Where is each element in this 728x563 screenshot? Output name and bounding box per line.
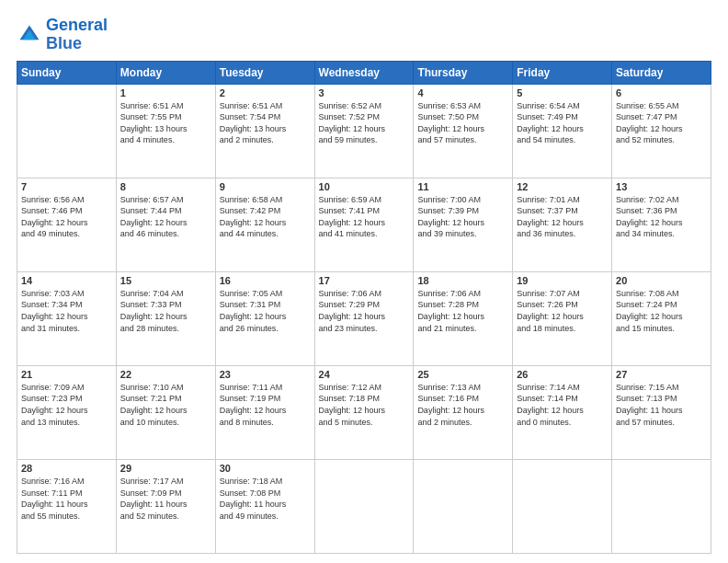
- day-number: 21: [21, 369, 112, 380]
- logo: General Blue: [17, 17, 108, 53]
- calendar-cell: 28Sunrise: 7:16 AM Sunset: 7:11 PM Dayli…: [17, 459, 117, 553]
- weekday-header-saturday: Saturday: [612, 61, 711, 84]
- day-info: Sunrise: 7:12 AM Sunset: 7:18 PM Dayligh…: [319, 382, 410, 428]
- day-info: Sunrise: 7:05 AM Sunset: 7:31 PM Dayligh…: [220, 288, 311, 334]
- calendar-cell: 13Sunrise: 7:02 AM Sunset: 7:36 PM Dayli…: [612, 178, 711, 271]
- day-number: 22: [120, 369, 211, 380]
- day-number: 6: [616, 87, 707, 98]
- calendar-cell: 18Sunrise: 7:06 AM Sunset: 7:28 PM Dayli…: [414, 271, 513, 365]
- day-info: Sunrise: 7:06 AM Sunset: 7:29 PM Dayligh…: [319, 288, 410, 334]
- day-number: 14: [21, 275, 112, 286]
- calendar-cell: 20Sunrise: 7:08 AM Sunset: 7:24 PM Dayli…: [612, 271, 711, 365]
- day-info: Sunrise: 6:59 AM Sunset: 7:41 PM Dayligh…: [319, 194, 410, 240]
- day-info: Sunrise: 7:04 AM Sunset: 7:33 PM Dayligh…: [120, 288, 211, 334]
- day-info: Sunrise: 6:54 AM Sunset: 7:49 PM Dayligh…: [517, 100, 608, 146]
- day-info: Sunrise: 7:02 AM Sunset: 7:36 PM Dayligh…: [616, 194, 707, 240]
- day-info: Sunrise: 6:52 AM Sunset: 7:52 PM Dayligh…: [319, 100, 410, 146]
- weekday-header-friday: Friday: [513, 61, 612, 84]
- calendar-cell: [314, 459, 414, 553]
- day-number: 17: [319, 275, 410, 286]
- weekday-header-row: SundayMondayTuesdayWednesdayThursdayFrid…: [17, 61, 711, 84]
- day-info: Sunrise: 7:08 AM Sunset: 7:24 PM Dayligh…: [616, 288, 707, 334]
- day-info: Sunrise: 7:13 AM Sunset: 7:16 PM Dayligh…: [417, 382, 508, 428]
- calendar-cell: 12Sunrise: 7:01 AM Sunset: 7:37 PM Dayli…: [513, 178, 612, 271]
- day-info: Sunrise: 7:03 AM Sunset: 7:34 PM Dayligh…: [21, 288, 112, 334]
- weekday-header-monday: Monday: [116, 61, 215, 84]
- day-number: 26: [517, 369, 608, 380]
- day-info: Sunrise: 7:00 AM Sunset: 7:39 PM Dayligh…: [417, 194, 508, 240]
- day-number: 13: [616, 181, 707, 192]
- header: General Blue: [17, 17, 711, 53]
- calendar-cell: 27Sunrise: 7:15 AM Sunset: 7:13 PM Dayli…: [612, 365, 711, 459]
- calendar-cell: [612, 459, 711, 553]
- calendar-cell: 17Sunrise: 7:06 AM Sunset: 7:29 PM Dayli…: [314, 271, 414, 365]
- week-row-5: 28Sunrise: 7:16 AM Sunset: 7:11 PM Dayli…: [17, 459, 711, 553]
- calendar-cell: 29Sunrise: 7:17 AM Sunset: 7:09 PM Dayli…: [116, 459, 215, 553]
- calendar-cell: 2Sunrise: 6:51 AM Sunset: 7:54 PM Daylig…: [215, 84, 314, 178]
- calendar-cell: 10Sunrise: 6:59 AM Sunset: 7:41 PM Dayli…: [314, 178, 414, 271]
- day-number: 20: [616, 275, 707, 286]
- day-number: 4: [417, 87, 508, 98]
- calendar-cell: 6Sunrise: 6:55 AM Sunset: 7:47 PM Daylig…: [612, 84, 711, 178]
- calendar-cell: [414, 459, 513, 553]
- calendar-cell: 23Sunrise: 7:11 AM Sunset: 7:19 PM Dayli…: [215, 365, 314, 459]
- calendar-cell: 14Sunrise: 7:03 AM Sunset: 7:34 PM Dayli…: [17, 271, 117, 365]
- week-row-1: 1Sunrise: 6:51 AM Sunset: 7:55 PM Daylig…: [17, 84, 711, 178]
- page: General Blue SundayMondayTuesdayWednesda…: [0, 0, 728, 563]
- calendar-cell: [17, 84, 117, 178]
- day-info: Sunrise: 6:56 AM Sunset: 7:46 PM Dayligh…: [21, 194, 112, 240]
- weekday-header-sunday: Sunday: [17, 61, 117, 84]
- day-info: Sunrise: 6:51 AM Sunset: 7:55 PM Dayligh…: [120, 100, 211, 146]
- calendar-cell: 24Sunrise: 7:12 AM Sunset: 7:18 PM Dayli…: [314, 365, 414, 459]
- day-info: Sunrise: 7:01 AM Sunset: 7:37 PM Dayligh…: [517, 194, 608, 240]
- day-info: Sunrise: 7:11 AM Sunset: 7:19 PM Dayligh…: [220, 382, 311, 428]
- weekday-header-thursday: Thursday: [414, 61, 513, 84]
- calendar-cell: 9Sunrise: 6:58 AM Sunset: 7:42 PM Daylig…: [215, 178, 314, 271]
- day-number: 11: [417, 181, 508, 192]
- calendar-cell: 30Sunrise: 7:18 AM Sunset: 7:08 PM Dayli…: [215, 459, 314, 553]
- calendar-cell: 11Sunrise: 7:00 AM Sunset: 7:39 PM Dayli…: [414, 178, 513, 271]
- calendar-cell: 4Sunrise: 6:53 AM Sunset: 7:50 PM Daylig…: [414, 84, 513, 178]
- calendar-cell: 21Sunrise: 7:09 AM Sunset: 7:23 PM Dayli…: [17, 365, 117, 459]
- day-number: 27: [616, 369, 707, 380]
- day-number: 19: [517, 275, 608, 286]
- day-info: Sunrise: 6:53 AM Sunset: 7:50 PM Dayligh…: [417, 100, 508, 146]
- day-number: 18: [417, 275, 508, 286]
- calendar-cell: 1Sunrise: 6:51 AM Sunset: 7:55 PM Daylig…: [116, 84, 215, 178]
- week-row-2: 7Sunrise: 6:56 AM Sunset: 7:46 PM Daylig…: [17, 178, 711, 271]
- day-number: 30: [220, 463, 311, 474]
- day-info: Sunrise: 7:10 AM Sunset: 7:21 PM Dayligh…: [120, 382, 211, 428]
- day-info: Sunrise: 6:55 AM Sunset: 7:47 PM Dayligh…: [616, 100, 707, 146]
- logo-icon: [17, 22, 42, 48]
- day-number: 2: [220, 87, 311, 98]
- day-info: Sunrise: 6:57 AM Sunset: 7:44 PM Dayligh…: [120, 194, 211, 240]
- day-number: 8: [120, 181, 211, 192]
- calendar-cell: 22Sunrise: 7:10 AM Sunset: 7:21 PM Dayli…: [116, 365, 215, 459]
- calendar-cell: 26Sunrise: 7:14 AM Sunset: 7:14 PM Dayli…: [513, 365, 612, 459]
- day-info: Sunrise: 7:07 AM Sunset: 7:26 PM Dayligh…: [517, 288, 608, 334]
- day-number: 10: [319, 181, 410, 192]
- day-info: Sunrise: 7:16 AM Sunset: 7:11 PM Dayligh…: [21, 476, 112, 522]
- calendar-cell: [513, 459, 612, 553]
- day-info: Sunrise: 7:09 AM Sunset: 7:23 PM Dayligh…: [21, 382, 112, 428]
- day-info: Sunrise: 6:51 AM Sunset: 7:54 PM Dayligh…: [220, 100, 311, 146]
- calendar-cell: 16Sunrise: 7:05 AM Sunset: 7:31 PM Dayli…: [215, 271, 314, 365]
- calendar-cell: 19Sunrise: 7:07 AM Sunset: 7:26 PM Dayli…: [513, 271, 612, 365]
- day-info: Sunrise: 7:06 AM Sunset: 7:28 PM Dayligh…: [417, 288, 508, 334]
- day-number: 24: [319, 369, 410, 380]
- day-info: Sunrise: 7:18 AM Sunset: 7:08 PM Dayligh…: [220, 476, 311, 522]
- week-row-4: 21Sunrise: 7:09 AM Sunset: 7:23 PM Dayli…: [17, 365, 711, 459]
- day-number: 3: [319, 87, 410, 98]
- calendar-cell: 7Sunrise: 6:56 AM Sunset: 7:46 PM Daylig…: [17, 178, 117, 271]
- day-number: 12: [517, 181, 608, 192]
- week-row-3: 14Sunrise: 7:03 AM Sunset: 7:34 PM Dayli…: [17, 271, 711, 365]
- day-number: 29: [120, 463, 211, 474]
- calendar-cell: 8Sunrise: 6:57 AM Sunset: 7:44 PM Daylig…: [116, 178, 215, 271]
- day-info: Sunrise: 7:17 AM Sunset: 7:09 PM Dayligh…: [120, 476, 211, 522]
- day-number: 9: [220, 181, 311, 192]
- weekday-header-tuesday: Tuesday: [215, 61, 314, 84]
- logo-text: General Blue: [46, 17, 108, 53]
- calendar-cell: 3Sunrise: 6:52 AM Sunset: 7:52 PM Daylig…: [314, 84, 414, 178]
- day-number: 28: [21, 463, 112, 474]
- calendar-cell: 5Sunrise: 6:54 AM Sunset: 7:49 PM Daylig…: [513, 84, 612, 178]
